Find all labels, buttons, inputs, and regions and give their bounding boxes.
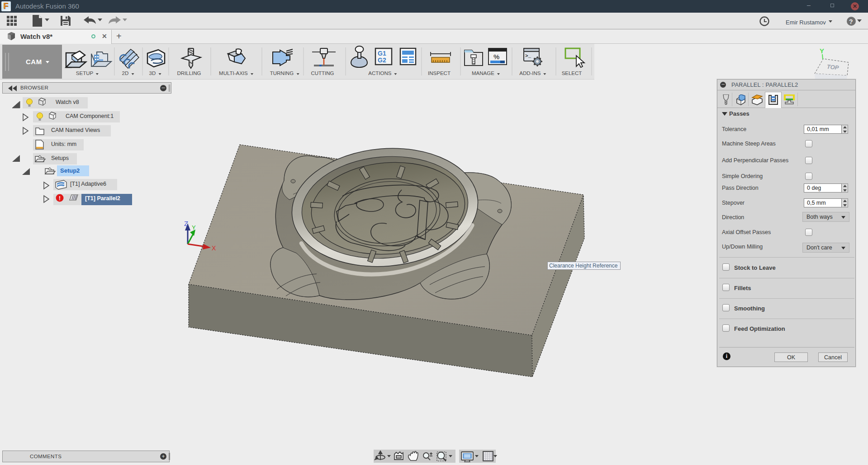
svg-text:X: X: [212, 244, 216, 252]
svg-text:Y: Y: [820, 47, 824, 55]
svg-text:Z: Z: [184, 220, 188, 227]
svg-text:!: !: [59, 195, 61, 202]
svg-text:?: ?: [849, 18, 853, 25]
svg-text:TOP: TOP: [826, 63, 839, 71]
svg-text:Y: Y: [192, 224, 196, 231]
